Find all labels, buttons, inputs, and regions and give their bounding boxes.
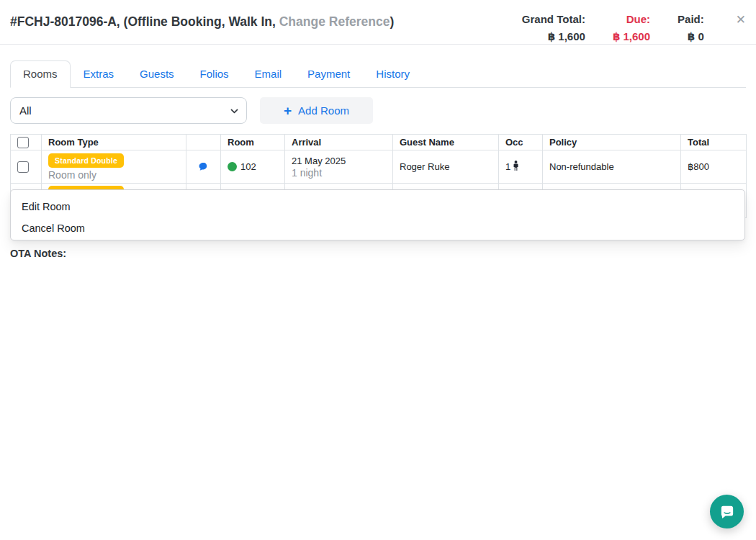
nights: 1 night [292,167,386,179]
change-reference-link[interactable]: Change Reference [279,14,390,29]
col-arrival: Arrival [285,135,393,150]
booking-tabs: Rooms Extras Guests Folios Email Payment… [10,60,746,88]
table-row: Standard Double Room only 102 21 May 202… [11,150,747,184]
select-all-checkbox[interactable] [17,137,29,148]
menu-item-edit-room[interactable]: Edit Room [11,196,744,217]
due-value: ฿ 1,600 [613,30,650,44]
col-total: Total [681,135,747,150]
title-suffix: ) [390,14,394,29]
row-total: ฿800 [681,150,747,184]
grand-total-stat: Grand Total: ฿ 1,600 [522,12,585,44]
booking-reference: #FCHJ-8017096-A, (Offline Booking, Walk … [10,14,279,29]
room-type-badge[interactable]: Standard Double [48,153,124,168]
table-header-row: Room Type Room Arrival Guest Name Occ Po… [11,135,747,150]
paid-label: Paid: [678,12,704,27]
occ-count: 1 [505,161,510,172]
row-checkbox[interactable] [17,161,29,173]
col-policy: Policy [543,135,681,150]
grand-total-label: Grand Total: [522,12,585,27]
col-occ: Occ [499,135,543,150]
booking-header: #FCHJ-8017096-A, (Offline Booking, Walk … [0,0,756,45]
room-filter-select-wrap: All [10,97,247,124]
tab-history[interactable]: History [363,60,423,88]
due-label: Due: [613,12,650,27]
tab-folios[interactable]: Folios [187,60,242,88]
room-note-icon[interactable] [193,161,214,172]
page-title: #FCHJ-8017096-A, (Offline Booking, Walk … [10,12,394,31]
menu-item-cancel-room[interactable]: Cancel Room [11,217,744,239]
tab-payment[interactable]: Payment [294,60,363,88]
col-note [186,135,221,150]
guest-name: Roger Ruke [393,150,499,184]
totals-summary: Grand Total: ฿ 1,600 Due: ฿ 1,600 Paid: … [522,12,704,44]
room-filter-select[interactable]: All [10,97,247,124]
add-room-label: Add Room [298,104,349,117]
tab-rooms[interactable]: Rooms [10,60,71,88]
plus-icon: + [284,104,292,117]
chat-bubble-icon [719,503,736,521]
paid-value: ฿ 0 [678,30,704,44]
add-room-button[interactable]: + Add Room [260,97,373,124]
close-icon[interactable]: ✕ [736,13,746,27]
tab-extras[interactable]: Extras [71,60,127,88]
tab-email[interactable]: Email [242,60,295,88]
col-room-type: Room Type [42,135,186,150]
paid-stat: Paid: ฿ 0 [678,12,704,44]
due-stat: Due: ฿ 1,600 [613,12,650,44]
tab-guests[interactable]: Guests [127,60,187,88]
grand-total-value: ฿ 1,600 [522,30,585,44]
person-icon [513,161,519,173]
chat-launcher-button[interactable] [710,495,744,528]
arrival-date: 21 May 2025 [292,156,386,166]
rooms-table-wrap: Room Type Room Arrival Guest Name Occ Po… [10,134,746,218]
rate-plan: Room only [48,169,179,181]
policy: Non-refundable [543,150,681,184]
col-guest-name: Guest Name [393,135,499,150]
ota-notes-label: OTA Notes: [10,248,746,259]
room-status-icon [228,162,237,171]
rooms-toolbar: All + Add Room [10,97,746,124]
row-actions-menu: Edit Room Cancel Room [10,189,745,240]
col-room: Room [221,135,285,150]
room-number: 102 [240,161,256,172]
